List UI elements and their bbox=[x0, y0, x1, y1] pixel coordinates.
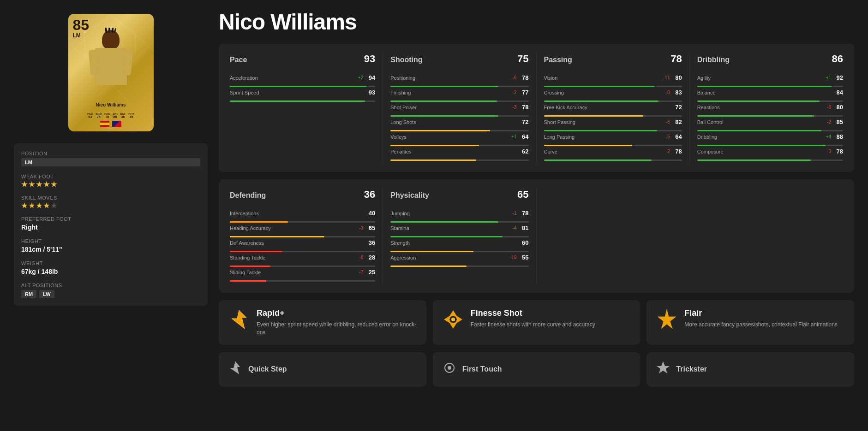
curve-mod: -2 bbox=[657, 149, 670, 154]
skill-star-4 bbox=[43, 202, 50, 209]
card-stat-dri: DRI86 bbox=[113, 112, 117, 118]
reactions-value: 80 bbox=[834, 104, 843, 111]
vision-name: Vision bbox=[544, 75, 654, 81]
standing-tackle-value: 28 bbox=[366, 254, 375, 261]
stat-volleys: Volleys +1 64 bbox=[390, 133, 528, 146]
ball-control-mod: -2 bbox=[818, 119, 831, 124]
ball-control-value: 85 bbox=[834, 118, 843, 125]
reactions-mod: -6 bbox=[818, 105, 831, 110]
star-5 bbox=[51, 181, 57, 188]
position-label: Position bbox=[21, 151, 200, 156]
positioning-mod: -6 bbox=[504, 75, 517, 80]
standing-tackle-name: Standing Tackle bbox=[230, 255, 347, 260]
volleys-name: Volleys bbox=[390, 134, 501, 140]
shooting-header: Shooting 75 bbox=[390, 53, 528, 68]
category-pace: Pace 93 Acceleration +2 94 Sprint Speed bbox=[230, 53, 383, 163]
crossing-name: Crossing bbox=[544, 90, 654, 95]
first-touch-name: First Touch bbox=[462, 365, 502, 373]
skill-star-1 bbox=[21, 202, 28, 209]
rapid-name: Rapid+ bbox=[257, 308, 417, 318]
acceleration-name: Acceleration bbox=[230, 75, 347, 81]
flag-spain bbox=[100, 121, 109, 127]
balance-name: Balance bbox=[697, 90, 815, 95]
short-passing-mod: -6 bbox=[657, 119, 670, 124]
pace-score: 93 bbox=[364, 53, 375, 65]
skill-star-5 bbox=[51, 202, 57, 209]
stat-curve: Curve -2 78 bbox=[544, 148, 682, 161]
flag-club bbox=[112, 121, 121, 127]
stat-stamina: Stamina -4 81 bbox=[390, 224, 528, 237]
skill-star-3 bbox=[36, 202, 42, 209]
position-badge: LM bbox=[21, 158, 200, 166]
card-stat-pac: PAC93 bbox=[87, 112, 93, 118]
card-player-name: Nico Williams bbox=[68, 102, 154, 107]
positioning-value: 78 bbox=[520, 74, 529, 81]
card-stat-sho: SHO75 bbox=[96, 112, 102, 118]
physicality-score: 65 bbox=[517, 189, 528, 201]
acceleration-value: 94 bbox=[366, 74, 375, 81]
stat-strength: Strength 60 bbox=[390, 239, 528, 252]
curve-value: 78 bbox=[673, 148, 682, 155]
crossing-value: 83 bbox=[673, 89, 682, 96]
height-value: 181cm / 5'11" bbox=[21, 246, 200, 253]
playstyle-flair: Flair More accurate fancy passes/shots, … bbox=[647, 300, 854, 345]
bottom-playstyles: Quick Step First Touch Trickster bbox=[219, 352, 854, 387]
stat-composure: Composure -3 78 bbox=[697, 148, 843, 161]
weak-foot-stars bbox=[21, 181, 200, 188]
star-1 bbox=[21, 181, 28, 188]
strength-value: 60 bbox=[520, 239, 529, 246]
finesse-name: Finesse Shot bbox=[471, 308, 631, 318]
passing-score: 78 bbox=[670, 53, 682, 65]
right-panel: Nico Williams Pace 93 Acceleration +2 94 bbox=[219, 9, 854, 387]
playstyle-finesse: Finesse Shot Faster finesse shots with m… bbox=[433, 300, 641, 345]
stat-vision: Vision -11 80 bbox=[544, 74, 682, 87]
svg-marker-9 bbox=[455, 315, 462, 324]
jumping-mod: -1 bbox=[504, 211, 517, 216]
volleys-value: 64 bbox=[520, 133, 529, 140]
stat-positioning: Positioning -6 78 bbox=[390, 74, 528, 87]
trickster-name: Trickster bbox=[676, 365, 707, 373]
ball-control-name: Ball Control bbox=[697, 119, 815, 125]
flair-icon bbox=[656, 308, 678, 331]
playstyle-first-touch: First Touch bbox=[433, 352, 641, 387]
heading-accuracy-value: 65 bbox=[366, 224, 375, 231]
jumping-value: 78 bbox=[520, 210, 529, 217]
category-dribbling: Dribbling 86 Agility +1 92 Balance 84 bbox=[690, 53, 843, 163]
composure-mod: -3 bbox=[818, 149, 831, 154]
skill-moves-stars bbox=[21, 202, 200, 209]
preferred-foot-value: Right bbox=[21, 224, 200, 231]
player-card-wrapper: 85 LM bbox=[14, 9, 208, 136]
free-kick-value: 72 bbox=[673, 104, 682, 111]
card-stat-def: DEF36 bbox=[120, 112, 126, 118]
flair-name: Flair bbox=[684, 308, 845, 318]
rapid-icon bbox=[228, 308, 250, 331]
quick-step-icon bbox=[228, 360, 243, 378]
long-passing-value: 64 bbox=[673, 133, 682, 140]
flair-content: Flair More accurate fancy passes/shots, … bbox=[684, 308, 845, 329]
alt-position-rm: RM bbox=[21, 290, 36, 298]
short-passing-name: Short Passing bbox=[544, 119, 654, 125]
agility-name: Agility bbox=[697, 75, 815, 81]
stat-shot-power: Shot Power -3 78 bbox=[390, 104, 528, 117]
finishing-value: 77 bbox=[520, 89, 529, 96]
weight-value: 67kg / 148lb bbox=[21, 268, 200, 275]
player-info-box: Position LM Weak Foot Skill Moves bbox=[14, 143, 208, 306]
stat-standing-tackle: Standing Tackle -8 28 bbox=[230, 254, 375, 267]
jumping-name: Jumping bbox=[390, 211, 501, 216]
stamina-value: 81 bbox=[520, 224, 529, 231]
finesse-icon bbox=[442, 308, 464, 331]
player-image bbox=[78, 28, 143, 88]
sliding-tackle-name: Sliding Tackle bbox=[230, 270, 347, 275]
dribbling-stat-value: 88 bbox=[834, 133, 843, 140]
card-flags bbox=[68, 121, 154, 127]
stat-crossing: Crossing -8 83 bbox=[544, 89, 682, 102]
svg-marker-5 bbox=[232, 310, 246, 329]
svg-point-10 bbox=[451, 318, 455, 321]
playstyles-grid: Rapid+ Even higher sprint speed while dr… bbox=[219, 300, 854, 345]
info-weight: Weight 67kg / 148lb bbox=[21, 260, 200, 275]
stat-penalties: Penalties 62 bbox=[390, 148, 528, 161]
sliding-tackle-mod: -7 bbox=[350, 270, 363, 275]
stat-long-shots: Long Shots 72 bbox=[390, 118, 528, 131]
short-passing-value: 82 bbox=[673, 118, 682, 125]
shooting-score: 75 bbox=[517, 53, 528, 65]
